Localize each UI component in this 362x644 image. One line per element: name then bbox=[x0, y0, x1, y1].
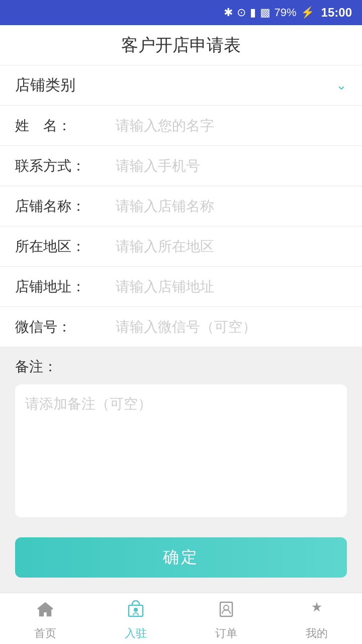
status-bar: ✱ ⊙ ▮ ▩ 79% ⚡ 15:00 bbox=[0, 0, 362, 25]
notes-textarea-wrapper bbox=[15, 384, 347, 517]
sim-icon: ▮ bbox=[250, 6, 256, 19]
contact-row: 联系方式： bbox=[0, 146, 362, 186]
name-section: 姓 名： bbox=[0, 106, 362, 146]
notes-textarea[interactable] bbox=[25, 394, 337, 505]
name-label: 姓 名： bbox=[15, 116, 116, 135]
wechat-input[interactable] bbox=[116, 319, 347, 335]
home-icon bbox=[36, 600, 54, 623]
region-input[interactable] bbox=[116, 238, 347, 255]
title-bar: 客户开店申请表 bbox=[0, 25, 362, 65]
contact-section: 联系方式： bbox=[0, 146, 362, 186]
bluetooth-icon: ✱ bbox=[224, 6, 233, 19]
store-address-input[interactable] bbox=[116, 279, 347, 295]
confirm-button[interactable]: 确定 bbox=[15, 537, 347, 578]
chevron-down-icon: ⌄ bbox=[336, 77, 347, 93]
notes-section: 备注： bbox=[0, 347, 362, 527]
name-row: 姓 名： bbox=[0, 106, 362, 146]
status-time: 15:00 bbox=[321, 6, 352, 20]
store-name-input[interactable] bbox=[116, 198, 347, 214]
wifi-icon: ⊙ bbox=[237, 6, 246, 19]
store-address-row: 店铺地址： bbox=[0, 267, 362, 307]
nav-label-join: 入驻 bbox=[125, 626, 147, 641]
nav-label-home: 首页 bbox=[34, 626, 56, 641]
status-icons: ✱ ⊙ ▮ ▩ 79% ⚡ bbox=[224, 6, 314, 19]
nav-item-order[interactable]: 订单 bbox=[181, 600, 272, 641]
contact-label: 联系方式： bbox=[15, 156, 116, 176]
nav-item-mine[interactable]: 我的 bbox=[272, 600, 362, 641]
store-type-dropdown[interactable]: 店铺类别 ⌄ bbox=[0, 65, 362, 106]
store-address-section: 店铺地址： bbox=[0, 267, 362, 307]
confirm-area: 确定 bbox=[0, 527, 362, 593]
store-name-label: 店铺名称： bbox=[15, 197, 116, 216]
region-row: 所在地区： bbox=[0, 226, 362, 267]
main-content: 店铺类别 ⌄ 姓 名： 联系方式： 店铺名称： 所在地区： 店铺地址： bbox=[0, 65, 362, 593]
store-type-section: 店铺类别 ⌄ bbox=[0, 65, 362, 106]
store-name-row: 店铺名称： bbox=[0, 186, 362, 226]
mine-icon bbox=[308, 600, 326, 623]
battery-text: 79% bbox=[275, 6, 297, 19]
wechat-label: 微信号： bbox=[15, 317, 116, 337]
page-title: 客户开店申请表 bbox=[121, 34, 241, 57]
signal-icon: ▩ bbox=[260, 6, 270, 19]
store-type-label: 店铺类别 bbox=[15, 75, 336, 96]
join-icon bbox=[127, 600, 145, 623]
battery-icon: ⚡ bbox=[301, 6, 314, 19]
region-label: 所在地区： bbox=[15, 237, 116, 256]
nav-item-join[interactable]: 入驻 bbox=[90, 600, 181, 641]
wechat-row: 微信号： bbox=[0, 307, 362, 347]
wechat-section: 微信号： bbox=[0, 307, 362, 347]
svg-point-1 bbox=[134, 608, 138, 612]
notes-label: 备注： bbox=[15, 357, 347, 376]
name-input[interactable] bbox=[116, 118, 347, 134]
store-name-section: 店铺名称： bbox=[0, 186, 362, 226]
nav-label-order: 订单 bbox=[215, 626, 237, 641]
store-address-label: 店铺地址： bbox=[15, 277, 116, 296]
bottom-nav: 首页 入驻 订单 我的 bbox=[0, 593, 362, 644]
region-section: 所在地区： bbox=[0, 226, 362, 267]
order-icon bbox=[217, 600, 235, 623]
nav-item-home[interactable]: 首页 bbox=[0, 600, 90, 641]
nav-label-mine: 我的 bbox=[306, 626, 328, 641]
contact-input[interactable] bbox=[116, 158, 347, 174]
